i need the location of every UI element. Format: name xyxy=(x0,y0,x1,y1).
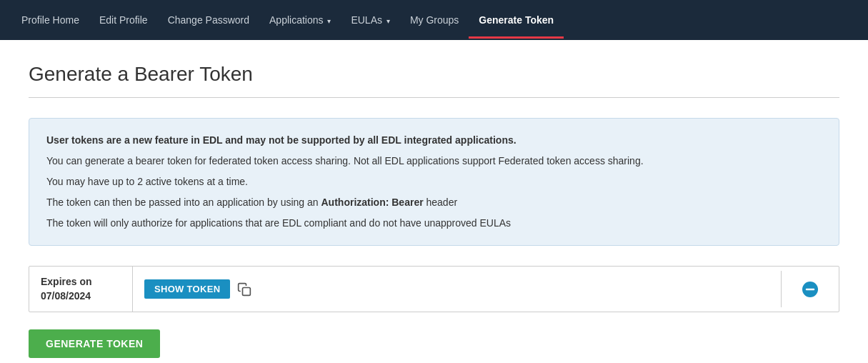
info-line-1: User tokens are a new feature in EDL and… xyxy=(46,133,822,148)
generate-token-button[interactable]: GENERATE TOKEN xyxy=(29,329,160,358)
main-nav: Profile Home Edit Profile Change Passwor… xyxy=(0,0,868,40)
chevron-down-icon: ▾ xyxy=(327,17,331,25)
chevron-down-icon: ▾ xyxy=(386,17,390,25)
info-box: User tokens are a new feature in EDL and… xyxy=(29,118,839,246)
nav-profile-home[interactable]: Profile Home xyxy=(11,1,89,39)
info-line-3: You may have up to 2 active tokens at a … xyxy=(46,174,822,189)
divider xyxy=(29,97,839,98)
page-title: Generate a Bearer Token xyxy=(29,63,839,86)
info-line-5: The token will only authorize for applic… xyxy=(46,216,822,231)
svg-rect-0 xyxy=(243,287,251,295)
nav-my-groups[interactable]: My Groups xyxy=(400,1,469,39)
nav-applications-dropdown[interactable]: Applications ▾ xyxy=(259,1,341,39)
nav-generate-token[interactable]: Generate Token xyxy=(469,1,564,39)
expires-date: 07/08/2024 xyxy=(41,290,91,302)
nav-change-password[interactable]: Change Password xyxy=(158,1,259,39)
info-line-4-suffix: header xyxy=(424,197,457,208)
info-line-4: The token can then be passed into an app… xyxy=(46,195,822,210)
nav-eulas-label: EULAs xyxy=(351,14,382,26)
nav-eulas[interactable]: EULAs ▾ xyxy=(341,1,399,39)
nav-applications[interactable]: Applications ▾ xyxy=(259,1,341,39)
copy-token-icon[interactable] xyxy=(237,282,251,297)
token-row: Expires on 07/08/2024 SHOW TOKEN xyxy=(29,267,839,312)
info-line-4-prefix: The token can then be passed into an app… xyxy=(46,197,321,208)
remove-token-icon[interactable] xyxy=(802,281,819,298)
info-line-4-bold: Authorization: Bearer xyxy=(321,197,424,208)
nav-eulas-dropdown[interactable]: EULAs ▾ xyxy=(341,1,399,39)
token-table: Expires on 07/08/2024 SHOW TOKEN xyxy=(29,266,839,312)
info-line-1-bold: User tokens are a new feature in EDL and… xyxy=(46,134,517,146)
nav-applications-label: Applications xyxy=(269,14,324,26)
token-expires-cell: Expires on 07/08/2024 xyxy=(29,267,133,312)
token-middle-cell: SHOW TOKEN xyxy=(133,271,782,307)
main-content: Generate a Bearer Token User tokens are … xyxy=(0,40,868,363)
show-token-button[interactable]: SHOW TOKEN xyxy=(144,279,230,299)
expires-label: Expires on xyxy=(41,276,92,287)
token-action-cell xyxy=(782,272,839,307)
nav-edit-profile[interactable]: Edit Profile xyxy=(89,1,158,39)
info-line-2: You can generate a bearer token for fede… xyxy=(46,154,822,169)
